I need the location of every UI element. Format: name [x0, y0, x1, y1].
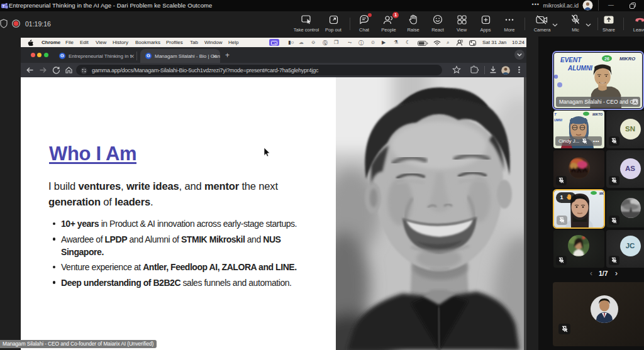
svg-text:ALUMNI: ALUMNI — [567, 65, 592, 72]
svg-text:MKT: MKT — [599, 192, 604, 195]
svg-text:UMNI: UMNI — [554, 118, 562, 122]
svg-text:EVENT: EVENT — [560, 57, 582, 63]
svg-text:MIKRO: MIKRO — [619, 56, 635, 62]
svg-text:26: 26 — [604, 57, 609, 61]
svg-text:MIKTO: MIKTO — [592, 112, 602, 116]
